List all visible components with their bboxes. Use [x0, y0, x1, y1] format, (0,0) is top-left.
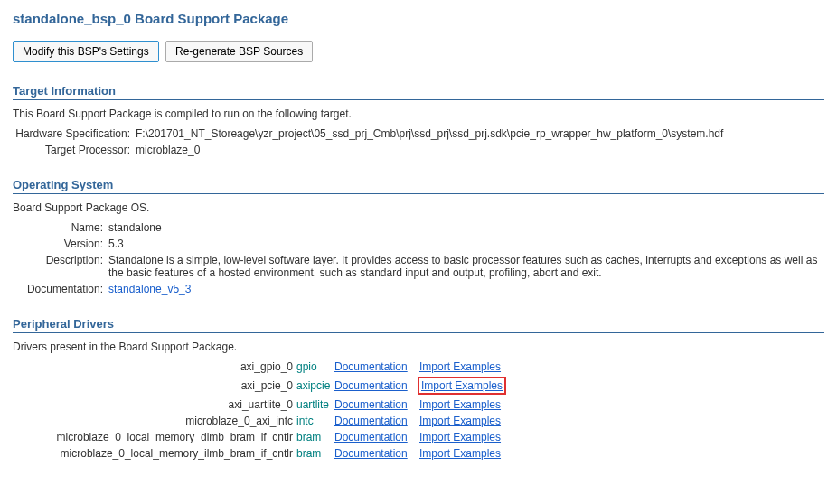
driver-import-examples-link[interactable]: Import Examples	[419, 415, 501, 427]
os-header: Operating System	[13, 178, 824, 194]
driver-peripheral-name: microblaze_0_axi_intc	[13, 415, 296, 427]
os-body: Board Support Package OS. Name: standalo…	[13, 201, 824, 295]
driver-peripheral-name: axi_pcie_0	[13, 379, 296, 392]
target-info-body: This Board Support Package is compiled t…	[13, 107, 824, 156]
target-info-header: Target Information	[13, 84, 824, 100]
modify-settings-button[interactable]: Modify this BSP's Settings	[13, 41, 159, 62]
os-intro: Board Support Package OS.	[13, 201, 824, 214]
drivers-intro: Drivers present in the Board Support Pac…	[13, 341, 824, 353]
driver-import-examples-link[interactable]: Import Examples	[419, 431, 501, 443]
os-doc-link[interactable]: standalone_v5_3	[108, 283, 191, 295]
hw-spec-value: F:\201701_NT_Storeage\yzr_project\05_ssd…	[136, 127, 824, 140]
os-desc-value: Standalone is a simple, low-level softwa…	[108, 254, 824, 279]
driver-documentation-link[interactable]: Documentation	[334, 415, 408, 427]
os-name-label: Name:	[13, 221, 108, 234]
os-name-value: standalone	[108, 221, 824, 234]
driver-import-examples-link[interactable]: Import Examples	[421, 379, 503, 392]
target-proc-value: microblaze_0	[136, 144, 824, 156]
driver-documentation-link[interactable]: Documentation	[334, 360, 408, 373]
os-desc-label: Description:	[13, 254, 108, 279]
regenerate-sources-button[interactable]: Re-generate BSP Sources	[165, 41, 313, 62]
driver-import-examples-highlighted: Import Examples	[418, 377, 506, 395]
driver-row: microblaze_0_axi_intcintcDocumentationIm…	[13, 415, 824, 427]
driver-import-examples-link[interactable]: Import Examples	[419, 398, 501, 411]
driver-name-link[interactable]: bram	[296, 431, 334, 443]
driver-documentation-link[interactable]: Documentation	[334, 398, 408, 411]
os-doc-label: Documentation:	[13, 283, 108, 295]
toolbar: Modify this BSP's Settings Re-generate B…	[0, 33, 837, 84]
driver-name-link[interactable]: gpio	[296, 360, 334, 373]
driver-row: axi_pcie_0axipcieDocumentationImport Exa…	[13, 377, 824, 395]
driver-row: microblaze_0_local_memory_dlmb_bram_if_c…	[13, 431, 824, 443]
drivers-body: Drivers present in the Board Support Pac…	[13, 341, 824, 460]
driver-name-link[interactable]: axipcie	[296, 379, 334, 392]
os-version-value: 5.3	[108, 238, 824, 250]
driver-row: microblaze_0_local_memory_ilmb_bram_if_c…	[13, 447, 824, 460]
target-proc-label: Target Processor:	[13, 144, 136, 156]
driver-import-examples-link[interactable]: Import Examples	[419, 360, 501, 373]
drivers-header: Peripheral Drivers	[13, 317, 824, 333]
driver-documentation-link[interactable]: Documentation	[334, 431, 408, 443]
page-title: standalone_bsp_0 Board Support Package	[0, 0, 837, 33]
target-info-intro: This Board Support Package is compiled t…	[13, 107, 824, 120]
driver-peripheral-name: axi_gpio_0	[13, 360, 296, 373]
driver-name-link[interactable]: bram	[296, 447, 334, 460]
driver-peripheral-name: axi_uartlite_0	[13, 398, 296, 411]
driver-row: axi_uartlite_0uartliteDocumentationImpor…	[13, 398, 824, 411]
driver-name-link[interactable]: intc	[296, 415, 334, 427]
driver-name-link[interactable]: uartlite	[296, 398, 334, 411]
driver-import-examples-link[interactable]: Import Examples	[419, 447, 501, 460]
driver-peripheral-name: microblaze_0_local_memory_ilmb_bram_if_c…	[13, 447, 296, 460]
driver-peripheral-name: microblaze_0_local_memory_dlmb_bram_if_c…	[13, 431, 296, 443]
driver-documentation-link[interactable]: Documentation	[334, 379, 408, 392]
driver-documentation-link[interactable]: Documentation	[334, 447, 408, 460]
hw-spec-label: Hardware Specification:	[13, 127, 136, 140]
driver-row: axi_gpio_0gpioDocumentationImport Exampl…	[13, 360, 824, 373]
os-version-label: Version:	[13, 238, 108, 250]
